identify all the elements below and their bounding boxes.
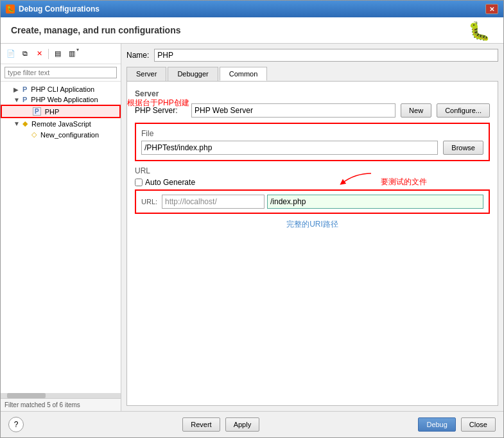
php-cli-icon: P [22,85,27,93]
tree-label-new-config: New_configuration [40,131,99,139]
file-path-input[interactable] [141,141,438,155]
tree-item-php-cli[interactable]: ▶ P PHP CLI Application [1,84,121,94]
window-icon: 🐛 [6,4,15,13]
main-content: 📄 ⧉ ✕ ▤ ▥ ▾ ▶ P PHP CLI Application [1,44,503,411]
url-label-sm: URL: [141,198,159,206]
tree-item-new-config[interactable]: ◇ New_configuration [1,129,121,140]
header-title: Create, manage, and run configurations [11,25,181,35]
configuration-tree: ▶ P PHP CLI Application ▼ P PHP Web Appl… [1,82,121,393]
expand-icon-web: ▼ [13,96,20,103]
delete-config-button[interactable]: ✕ [33,48,46,60]
complete-url-annotation: 完整的URI路径 [135,219,490,230]
tab-common[interactable]: Common [220,67,268,81]
file-input-row: Browse [141,141,483,155]
php-server-select[interactable]: PHP Web Server [191,103,395,118]
title-bar-left: 🐛 Debug Configurations [6,4,100,13]
window-title: Debug Configurations [19,4,100,13]
tab-debugger[interactable]: Debugger [168,67,218,81]
url-section: URL Auto Generate URL: [135,166,490,214]
tree-item-php-web[interactable]: ▼ P PHP Web Application [1,94,121,105]
right-panel: Name: Server Debugger Common Server PHP … [121,44,503,411]
auto-generate-checkbox[interactable] [135,179,143,186]
tree-label-remote-js: Remote JavaScript [31,120,91,128]
new-server-button[interactable]: New [401,103,431,118]
tree-label-php: PHP [45,108,60,116]
tree-label-php-web: PHP Web Application [31,96,98,103]
new-config-icon: ◇ [31,130,37,139]
title-bar: 🐛 Debug Configurations ✕ [1,1,503,17]
tab-content: Server PHP Server: PHP Web Server New Co… [126,81,498,406]
window-controls: ✕ [485,4,498,14]
collapse-button[interactable]: ▤ [51,48,64,60]
tab-server[interactable]: Server [126,67,166,81]
tree-label-php-cli: PHP CLI Application [31,85,94,93]
configure-server-button[interactable]: Configure... [437,103,490,118]
name-input[interactable] [154,49,498,62]
debug-close-buttons: Debug Close [418,417,496,432]
help-button[interactable]: ? [8,417,24,432]
filter-box [1,64,121,82]
scroll-thumb[interactable] [7,393,46,398]
close-window-button[interactable]: ✕ [485,4,498,14]
header: Create, manage, and run configurations 🐛 [1,17,503,44]
tree-item-remote-js[interactable]: ▼ ◆ Remote JavaScript [1,118,121,129]
remote-js-icon: ◆ [22,119,28,128]
bottom-bar: ? Revert Apply Debug Close [1,411,503,437]
copy-config-button[interactable]: ⧉ [19,48,31,60]
name-row: Name: [126,49,498,62]
filter-input[interactable] [4,67,117,78]
file-section: File Browse [135,123,490,161]
auto-gen-row: Auto Generate [135,178,490,187]
debug-button[interactable]: Debug [418,417,455,432]
php-server-row: PHP Server: PHP Web Server New Configure… [135,103,490,118]
left-scrollbar[interactable] [1,393,121,398]
php-item-icon: P [33,107,41,116]
new-config-button[interactable]: 📄 [4,48,17,60]
bottom-right: Revert Apply [182,417,259,432]
tree-item-php[interactable]: P PHP [1,105,121,118]
file-section-label: File [141,129,483,138]
browse-button[interactable]: Browse [443,141,483,155]
name-label: Name: [126,51,149,60]
bug-icon: 🐛 [468,21,491,42]
apply-button[interactable]: Apply [225,417,260,432]
php-server-label: PHP Server: [135,106,186,115]
url-path-input[interactable] [267,195,483,209]
url-section-label: URL [135,166,490,175]
bottom-left: ? [8,417,24,432]
url-base-input[interactable] [162,195,265,209]
auto-generate-label: Auto Generate [145,178,195,187]
php-server-select-wrapper: PHP Web Server [191,103,395,118]
close-button[interactable]: Close [461,417,496,432]
left-panel: 📄 ⧉ ✕ ▤ ▥ ▾ ▶ P PHP CLI Application [1,44,121,411]
expand-icon-remote: ▼ [13,120,20,127]
tab-bar: Server Debugger Common [126,67,498,81]
filter-status: Filter matched 5 of 6 items [1,398,121,411]
toolbar-separator [48,49,49,59]
revert-button[interactable]: Revert [182,417,220,432]
expand-icon: ▶ [13,86,20,93]
expand-button[interactable]: ▥ ▾ [65,48,78,60]
url-input-section: URL: [135,189,490,214]
debug-configurations-window: 🐛 Debug Configurations ✕ Create, manage,… [0,0,504,438]
left-toolbar: 📄 ⧉ ✕ ▤ ▥ ▾ [1,44,121,64]
php-web-icon: P [22,96,27,103]
server-section-label: Server [135,89,490,98]
